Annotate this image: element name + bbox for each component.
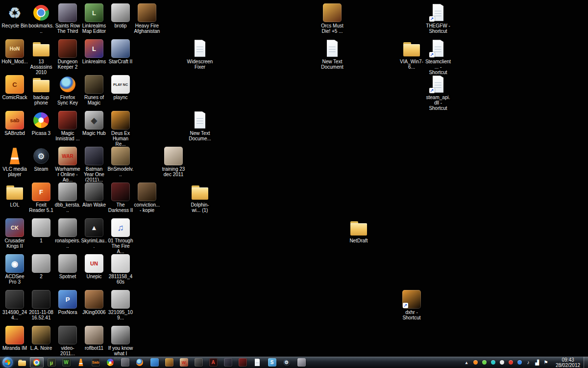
desktop-icon-steamclient-shortcut[interactable]: ↗Steamclient... - Shortcut bbox=[425, 39, 451, 74]
desktop-icon-jking0006[interactable]: JKing0006 bbox=[81, 289, 107, 325]
desktop-icon-starcraft-2[interactable]: StarCraft II bbox=[107, 39, 134, 74]
desktop-icon-through-the-fire[interactable]: ♫01 Through The Fire A... bbox=[107, 218, 134, 253]
taskbar-item-picasa[interactable] bbox=[103, 357, 117, 368]
desktop-icon-recycle-bin[interactable]: ♻Recycle Bin bbox=[1, 3, 28, 38]
desktop-icon-steam[interactable]: ⚙Steam bbox=[28, 146, 54, 182]
desktop-icon-unepic[interactable]: UNUnepic bbox=[81, 254, 107, 289]
desktop-icon-if-you-know-what-i-mean[interactable]: If you know what I mean. bbox=[107, 325, 134, 361]
taskbar-item-utorrent[interactable]: µ bbox=[45, 357, 58, 368]
desktop-icon-bnsmodel[interactable]: BnSmodelv... bbox=[107, 146, 134, 182]
desktop-icon-skyrim-launcher[interactable]: ▲SkyrimLau... bbox=[81, 218, 107, 253]
tray-icon-network[interactable]: ▟ bbox=[534, 359, 540, 366]
warhammer-online-icon: WAR bbox=[58, 147, 77, 165]
desktop-icon-vlc[interactable]: VLC media player bbox=[1, 146, 28, 182]
desktop-icon-conviction-kopie[interactable]: conviction... - kopie bbox=[134, 182, 160, 217]
desktop-icon-linkrealms[interactable]: LLinkrealms bbox=[81, 39, 107, 74]
desktop-icon-alan-wake[interactable]: Alan Wake bbox=[81, 182, 107, 217]
tray-icon-tray-app-blue[interactable] bbox=[516, 359, 523, 366]
desktop-icon-netdraft[interactable]: NetDraft bbox=[345, 218, 372, 253]
tray-icon-tray-app-red[interactable] bbox=[507, 359, 514, 366]
taskbar-clock[interactable]: 09:43 28/02/2012 bbox=[552, 357, 584, 368]
desktop-icon-brotip[interactable]: brotip bbox=[107, 3, 134, 38]
desktop-icon-image-1[interactable]: 1 bbox=[28, 218, 54, 253]
taskbar-item-game-gold[interactable] bbox=[162, 357, 176, 368]
taskbar-item-firefox[interactable] bbox=[133, 357, 147, 368]
desktop-icon-roflbot11[interactable]: roflbot11 bbox=[81, 325, 107, 361]
desktop-icon-2811158-460s[interactable]: 2811158_460s bbox=[107, 254, 134, 289]
tray-icon-show-hidden-icons[interactable]: ▴ bbox=[463, 359, 470, 366]
desktop-icon-foxit-reader[interactable]: FFoxit Reader 5.1 bbox=[28, 182, 54, 217]
desktop-icon-miranda-im[interactable]: Miranda IM bbox=[1, 325, 28, 361]
desktop-icon-image-2[interactable]: 2 bbox=[28, 254, 54, 289]
taskbar-item-messenger[interactable] bbox=[147, 357, 161, 368]
desktop-icon-2011-11-08-165241[interactable]: 2011-11-08 16.52.41 bbox=[28, 289, 54, 325]
taskbar-item-game-dark[interactable] bbox=[221, 357, 235, 368]
desktop-icon-poxnora[interactable]: PPoxNora bbox=[54, 289, 81, 325]
desktop-icon-hon-mod[interactable]: HoNHoN_Mod... bbox=[1, 39, 28, 74]
desktop-icon-comicrack[interactable]: CComicRack bbox=[1, 75, 28, 110]
desktop-icon-picasa-3[interactable]: Picasa 3 bbox=[28, 110, 54, 146]
desktop-icon-magic-innistrad[interactable]: Magic Innistrad ... bbox=[54, 110, 81, 146]
start-button[interactable] bbox=[2, 357, 13, 368]
desktop-icon-steam-api-dll-shortcut[interactable]: ↗steam_api.dll - Shortcut bbox=[425, 75, 451, 110]
taskbar-item-chrome[interactable] bbox=[30, 357, 44, 368]
taskbar-item-photo-viewer[interactable] bbox=[118, 357, 132, 368]
desktop-icon-la-noire[interactable]: L.A. Noire bbox=[28, 325, 54, 361]
picasa-3-icon bbox=[32, 111, 50, 130]
desktop-icon-widescreen-fixer[interactable]: Widescreen Fixer bbox=[187, 39, 213, 74]
tray-icon-tray-app-teal[interactable] bbox=[490, 359, 496, 366]
desktop-icon-backup-phone[interactable]: backup phone bbox=[28, 75, 54, 110]
desktop-icon-plaync[interactable]: PLAY NCplaync bbox=[107, 75, 134, 110]
taskbar-item-skype[interactable]: S bbox=[265, 357, 279, 368]
taskbar-item-windows-explorer[interactable] bbox=[15, 357, 29, 368]
show-desktop-button[interactable] bbox=[584, 357, 588, 368]
taskbar-item-notepad[interactable] bbox=[250, 357, 264, 368]
desktop-icon-spotnet[interactable]: Spotnet bbox=[54, 254, 81, 289]
desktop-icon-dbb-kersta[interactable]: dbb_kersta... bbox=[54, 182, 81, 217]
desktop-icon-13-assassins[interactable]: 13 Assassins 2010 DVDR... bbox=[28, 39, 54, 74]
desktop-icon-warhammer-online[interactable]: WARWarhammer Online - Ag... bbox=[54, 146, 81, 182]
desktop-icon-deus-ex-human[interactable]: Deus Ex Human Re... bbox=[107, 110, 134, 146]
taskbar-item-warhammer[interactable]: W bbox=[177, 357, 191, 368]
desktop-icon-the-darkness-2[interactable]: The Darkness II bbox=[107, 182, 134, 217]
desktop-icon-via-win7[interactable]: VIA_Win7-6... bbox=[398, 39, 425, 74]
desktop-icon-ronalspeirs[interactable]: ronalspeirs... bbox=[54, 218, 81, 253]
taskbar-item-game-crimson[interactable] bbox=[236, 357, 249, 368]
desktop-icon-314590-244[interactable]: 314590_244... bbox=[1, 289, 28, 325]
desktop-icon-dungeon-keeper-2[interactable]: Dungeon Keeper 2 bbox=[54, 39, 81, 74]
desktop-icon-orcs-must-die[interactable]: Orcs Must Die! +5 ... bbox=[319, 3, 345, 38]
taskbar-item-media-player[interactable] bbox=[294, 357, 308, 368]
desktop-icon-training-23-dec-2011[interactable]: training 23 dec 2011 bbox=[160, 146, 187, 182]
desktop-icon-lol[interactable]: LOL bbox=[1, 182, 28, 217]
desktop-icon-thegfw-shortcut[interactable]: ↗THEGFW - Shortcut bbox=[425, 3, 451, 38]
desktop-icon-linkrealms-map-editor[interactable]: LLinkrealms Map Editor bbox=[81, 3, 107, 38]
taskbar-item-media-app[interactable]: W bbox=[59, 357, 73, 368]
desktop-icon-crusader-kings-2[interactable]: CKCrusader Kings II bbox=[1, 218, 28, 253]
desktop-icon-321095-109[interactable]: 321095_109... bbox=[107, 289, 134, 325]
desktop-icon-dolphin-wi[interactable]: Dolphin-wi... (1) bbox=[187, 182, 213, 217]
desktop-icon-heavy-fire-afghanistan[interactable]: Heavy Fire Afghanistan bbox=[134, 3, 160, 38]
tray-icon-tray-app-green[interactable] bbox=[481, 359, 488, 366]
desktop-icon-bookmarks[interactable]: bookmarks... bbox=[28, 3, 54, 38]
desktop-icon-acdsee-pro-3[interactable]: ◉ACDSee Pro 3 bbox=[1, 254, 28, 289]
taskbar-item-sabnzbd[interactable]: Sab bbox=[89, 357, 102, 368]
desktop-icon-new-text-document[interactable]: New Text Document bbox=[319, 39, 345, 74]
desktop-icon-dxhr-shortcut[interactable]: ↗dxhr - Shortcut bbox=[398, 289, 425, 325]
desktop[interactable]: ♻Recycle Binbookmarks...Saints Row The T… bbox=[0, 0, 588, 356]
desktop-icon-video-2011[interactable]: video-2011... bbox=[54, 325, 81, 361]
taskbar-item-vlc[interactable] bbox=[74, 357, 88, 368]
desktop-icon-batman-year-one[interactable]: Batman Year One (2011)... bbox=[81, 146, 107, 182]
tray-icon-action-center-flag[interactable]: ⚑ bbox=[542, 359, 549, 366]
desktop-icon-sabnzbd[interactable]: sabSABnzbd bbox=[1, 110, 28, 146]
taskbar-item-game-gray[interactable] bbox=[192, 357, 205, 368]
desktop-icon-saints-row-the-third[interactable]: Saints Row The Third bbox=[54, 3, 81, 38]
desktop-icon-new-text-docume[interactable]: New Text Docume... bbox=[187, 110, 213, 146]
desktop-icon-firefox-sync-key[interactable]: Firefox Sync Key bbox=[54, 75, 81, 110]
taskbar-item-game-red-a[interactable]: A bbox=[206, 357, 220, 368]
desktop-icon-magic-hub[interactable]: ◆Magic Hub bbox=[81, 110, 107, 146]
desktop-icon-runes-of-magic[interactable]: Runes of Magic bbox=[81, 75, 107, 110]
tray-icon-tray-app-white[interactable] bbox=[498, 359, 505, 366]
taskbar-item-steam[interactable]: ⚙ bbox=[280, 357, 294, 368]
tray-icon-volume[interactable]: ♪ bbox=[525, 359, 532, 366]
tray-icon-tray-app-orange[interactable] bbox=[472, 359, 479, 366]
